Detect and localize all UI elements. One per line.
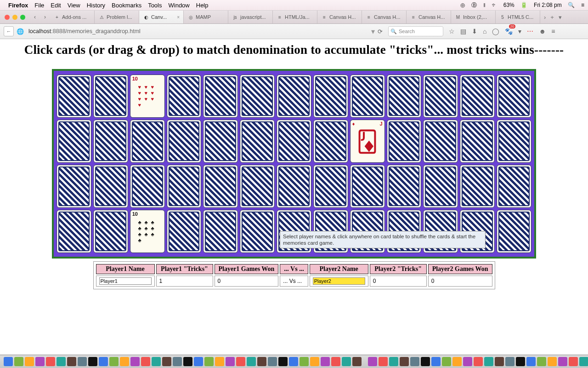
tab-scroll-icon[interactable]: › (40, 11, 50, 23)
dock-app-icon[interactable] (474, 357, 483, 366)
card-back[interactable] (423, 165, 458, 208)
card-back[interactable] (93, 165, 128, 208)
dock-app-icon[interactable] (194, 357, 203, 366)
close-window-icon[interactable] (5, 15, 10, 20)
zoom-window-icon[interactable] (20, 15, 25, 20)
dock-app-icon[interactable] (558, 357, 567, 366)
dock-app-icon[interactable] (379, 357, 388, 366)
dock-app-icon[interactable] (99, 357, 108, 366)
dock-app-icon[interactable] (236, 357, 245, 366)
dock-app-icon[interactable] (141, 357, 150, 366)
card-back[interactable] (497, 120, 531, 163)
card-back[interactable] (240, 210, 275, 253)
card-back[interactable] (497, 165, 531, 208)
browser-tab[interactable]: MInbox (2,... (451, 11, 496, 23)
status-icon[interactable]: Ⓑ (471, 2, 477, 8)
dock-app-icon[interactable] (268, 357, 277, 366)
tab-menu-icon[interactable]: ▾ (559, 14, 562, 21)
close-tab-icon[interactable]: × (177, 15, 180, 20)
dock-app-icon[interactable] (173, 357, 182, 366)
card-back[interactable] (203, 120, 238, 163)
dock-app-icon[interactable] (46, 357, 55, 366)
dock-app-icon[interactable] (120, 357, 129, 366)
dock-app-icon[interactable] (342, 357, 351, 366)
card-back[interactable] (240, 120, 275, 163)
card-back[interactable] (350, 75, 385, 118)
card-face-ten-hearts[interactable]: 10♥♥♥♥♥♥♥♥♥♥ (130, 75, 165, 118)
browser-tab[interactable]: jsjavascript... (228, 11, 273, 23)
dock-app-icon[interactable] (130, 357, 140, 366)
wifi-icon[interactable]: ᯤ (492, 2, 497, 8)
dock-app-icon[interactable] (537, 357, 546, 366)
search-box[interactable]: 🔍 Search (388, 26, 443, 36)
dock-app-icon[interactable] (331, 357, 340, 366)
menu-history[interactable]: History (87, 2, 105, 9)
menu-window[interactable]: Window (169, 2, 190, 9)
dock-app-icon[interactable] (162, 357, 171, 366)
hamburger-menu-icon[interactable]: ≡ (551, 28, 555, 35)
card-back[interactable] (423, 120, 458, 163)
card-back[interactable] (57, 210, 91, 253)
dock-app-icon[interactable] (526, 357, 536, 366)
card-back[interactable] (57, 75, 91, 118)
card-back[interactable] (167, 120, 202, 163)
status-icon[interactable]: ⦀ (483, 2, 486, 8)
dock-app-icon[interactable] (300, 357, 309, 366)
menu-tools[interactable]: Tools (148, 2, 162, 9)
card-back[interactable] (167, 75, 202, 118)
adblock-icon[interactable]: 🐾20 (505, 28, 513, 35)
card-back[interactable] (460, 165, 495, 208)
sidebar-toggle-icon[interactable]: ‹ (30, 11, 40, 23)
card-back[interactable] (93, 75, 128, 118)
card-back[interactable] (240, 165, 275, 208)
browser-tab[interactable]: ≡Canvas H... (407, 11, 451, 23)
card-back[interactable] (130, 120, 165, 163)
dock-app-icon[interactable] (25, 357, 34, 366)
downloads-icon[interactable]: ⬇ (472, 28, 477, 35)
dock-app-icon[interactable] (57, 357, 66, 366)
card-back[interactable] (277, 75, 311, 118)
status-icon[interactable]: ◎ (460, 2, 465, 8)
new-tab-icon[interactable]: + (550, 14, 554, 21)
browser-tab[interactable]: ◎MAMP (184, 11, 228, 23)
card-back[interactable] (460, 120, 495, 163)
dock-app-icon[interactable] (35, 357, 45, 366)
dock-app-icon[interactable] (410, 357, 419, 366)
card-table[interactable]: 10♥♥♥♥♥♥♥♥♥♥♦J🃋10♣♣♣♣♣♣♣♣♣♣Select player… (52, 69, 536, 259)
bookmark-star-icon[interactable]: ☆ (449, 28, 455, 35)
back-button[interactable]: ← (4, 26, 14, 36)
dock-app-icon[interactable] (569, 357, 578, 366)
dock-app-icon[interactable] (67, 357, 76, 366)
spotlight-icon[interactable]: 🔍 (568, 2, 575, 8)
dock-app-icon[interactable] (389, 357, 398, 366)
menu-bookmarks[interactable]: Bookmarks (112, 2, 141, 9)
dock-app-icon[interactable] (183, 357, 192, 366)
card-back[interactable] (313, 120, 348, 163)
extension-icon[interactable]: ⋯ (527, 28, 533, 35)
menubar-app[interactable]: Firefox (8, 2, 28, 9)
card-back[interactable] (313, 165, 348, 208)
site-identity-icon[interactable]: 🌐 (17, 28, 24, 35)
dock-app-icon[interactable] (78, 357, 87, 366)
browser-tab[interactable]: ≡Canvas H... (362, 11, 407, 23)
dock-app-icon[interactable] (88, 357, 97, 366)
library-icon[interactable]: ▤ (460, 28, 466, 35)
dock-app-icon[interactable] (310, 357, 319, 366)
card-back[interactable] (57, 120, 91, 163)
dock-app-icon[interactable] (452, 357, 462, 366)
dock-app-icon[interactable] (421, 357, 430, 366)
reader-icon[interactable]: ▾ (371, 27, 375, 36)
address-bar[interactable]: localhost:8888/memories_draganddrop.html (27, 28, 368, 34)
dock-app-icon[interactable] (484, 357, 493, 366)
dock-app-icon[interactable] (215, 357, 224, 366)
dock-app-icon[interactable] (368, 357, 377, 366)
clock-text[interactable]: Fri 2:08 pm (534, 2, 562, 8)
extension-icon[interactable]: ☻ (539, 28, 546, 35)
extension-dropdown-icon[interactable]: ▾ (518, 28, 521, 35)
dock-app-icon[interactable] (495, 357, 504, 366)
menu-icon[interactable]: ≡ (581, 2, 584, 8)
card-back[interactable] (350, 165, 385, 208)
dock-app-icon[interactable] (289, 357, 298, 366)
card-back[interactable] (497, 75, 531, 118)
dock-app-icon[interactable] (400, 357, 409, 366)
